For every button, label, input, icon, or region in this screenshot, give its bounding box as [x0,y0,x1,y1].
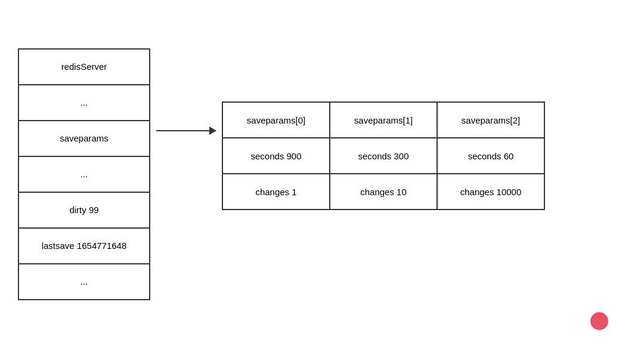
arrow-line [156,130,216,131]
struct-row-1: ... [18,85,150,121]
array-cell-1-0: changes 1 [222,174,330,210]
main-container: redisServer...saveparams...dirty 99lasts… [0,0,644,348]
array-header-2: saveparams[2] [437,102,544,138]
array-header-1: saveparams[1] [330,102,437,138]
array-cell-1-2: changes 10000 [437,174,544,210]
struct-table: redisServer...saveparams...dirty 99lasts… [18,48,150,300]
struct-row-0: redisServer [18,49,150,85]
red-circle-decoration [590,312,608,330]
array-cell-0-2: seconds 60 [437,138,544,174]
arrow-container [156,130,216,131]
struct-row-6: ... [18,264,150,300]
struct-row-2: saveparams [18,121,150,156]
struct-row-3: ... [18,156,150,192]
array-cell-0-1: seconds 300 [330,138,437,174]
array-cell-0-0: seconds 900 [222,138,330,174]
struct-row-5: lastsave 1654771648 [18,228,150,264]
array-header-0: saveparams[0] [222,102,330,138]
array-table: saveparams[0]saveparams[1]saveparams[2] … [222,101,545,210]
struct-row-4: dirty 99 [18,192,150,228]
array-cell-1-1: changes 10 [330,174,437,210]
